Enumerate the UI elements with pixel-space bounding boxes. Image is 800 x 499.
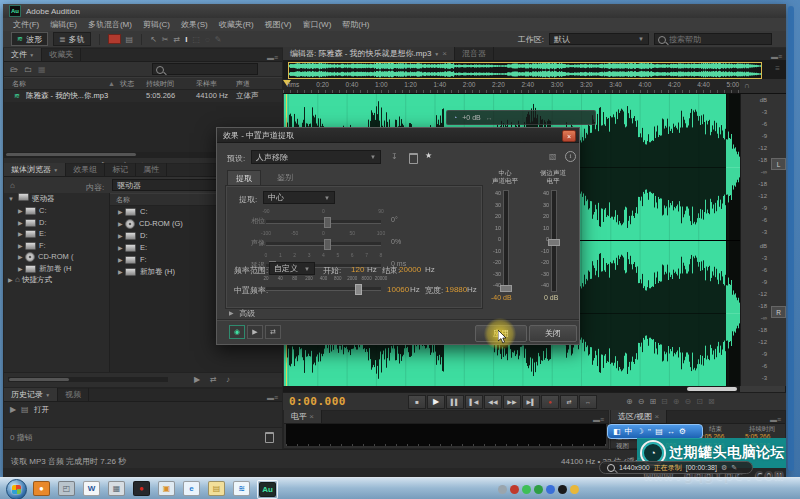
recorder-settings-icon[interactable]: ⚙ [721,464,727,472]
brush-tool-icon[interactable]: ✎ [215,35,222,44]
lasso-tool-icon[interactable]: ◌ [205,35,210,44]
tab-extract[interactable]: 提取 [227,170,261,185]
panel-menu-icon[interactable]: ▬≡ [593,416,608,423]
skip-to-end-button[interactable]: ▶▌ [522,395,540,409]
tab-editor[interactable]: 编辑器: 陈雅森 - 我的快乐就是想你.mp3▼× [283,47,455,60]
settings-icon[interactable]: ▧ [549,152,557,161]
title-bar[interactable]: Au Adobe Audition [3,4,786,18]
taskbar-icon-calculator[interactable]: ▦ [107,480,126,497]
tray-app-5-icon[interactable] [546,485,555,494]
taskbar-icon-photo-viewer[interactable]: ▣ [157,480,176,497]
favorite-star-icon[interactable]: ★ [425,151,432,160]
import-file-icon[interactable]: 🗀 [24,65,32,74]
taskbar-icon-thunder[interactable]: ≋ [232,480,251,497]
tab-history[interactable]: 历史记录 ▼ [4,388,58,401]
taskbar-icon-screen-recorder[interactable]: ● [32,480,51,497]
trash-icon[interactable] [265,432,274,443]
slider-track[interactable]: -100-50050100 [266,230,381,250]
dialog-title-bar[interactable]: 效果 - 中置声道提取 × [217,128,579,143]
overview-strip[interactable]: ≡ [283,61,786,79]
hud-volume-overlay[interactable]: ◔ +0 dB ↔ [446,110,596,125]
start-value[interactable]: 120 [351,265,364,274]
menu-item-8[interactable]: 帮助(H) [342,19,369,30]
zoom-in-time-button[interactable]: ⊞ [649,397,656,406]
stop-button[interactable]: ■ [408,395,426,409]
tab-files[interactable]: 文件 ▼ [4,48,42,61]
panel-menu-icon[interactable]: ▬≡ [770,416,785,423]
slip-tool-icon[interactable]: ⇄ [174,35,181,44]
help-search-input[interactable] [654,33,772,45]
slider-thumb[interactable] [324,239,331,250]
tab-favorites[interactable]: 收藏夹 [42,48,81,61]
razor-tool-icon[interactable]: ✂ [162,35,169,44]
files-search-input[interactable] [152,63,258,75]
file-row[interactable]: ≋ 陈雅森 - 我的快...你.mp3 5:05.266 44100 Hz 立体… [4,90,282,102]
slider-thumb[interactable] [324,217,331,228]
fast-forward-button[interactable]: ▶▶ [503,395,521,409]
tab-media-browser[interactable]: 媒体浏览器 ▼ [4,163,66,176]
save-preset-icon[interactable]: ↧ [391,152,398,161]
close-button[interactable]: 关闭 [529,325,577,342]
menu-item-1[interactable]: 编辑(E) [50,19,77,30]
loop-button[interactable]: ⇄ [560,395,578,409]
screen-recorder-overlay[interactable]: 1440x900 正在录制 [00:00:38] ⚙ ✎ [599,461,753,474]
time-selection-tool-icon[interactable]: I [185,35,187,44]
delete-preset-icon[interactable] [409,153,418,164]
tree-item-F[interactable]: ▶F: [4,240,109,252]
menu-item-5[interactable]: 收藏夹(R) [219,19,254,30]
workspace-select[interactable]: 默认 ▼ [549,33,649,45]
shortcut-icon[interactable]: ⌂ [10,181,15,190]
right-channel-badge[interactable]: R [771,306,786,318]
menu-item-7[interactable]: 窗口(W) [302,19,331,30]
side-level-value[interactable]: 0 dB [544,294,558,301]
tree-root-shortcuts[interactable]: ▶⌂ 快捷方式 [4,274,109,286]
taskbar-icon-audition[interactable]: Au [257,480,278,499]
tab-properties[interactable]: 属性 [136,163,167,176]
ime-logo-icon[interactable]: ◧ [613,427,621,436]
taskbar-icon-record-tool[interactable]: ● [132,480,151,497]
move-tool-icon[interactable]: ↖ [150,35,157,44]
tray-qq-icon[interactable] [558,485,567,494]
preview-play-button[interactable]: ▶ [247,325,263,339]
ime-punctuation-icon[interactable]: ’’ [648,427,651,436]
timeline-ruler[interactable]: hms0:200:401:001:201:402:002:202:403:003… [283,79,740,94]
time-display[interactable]: 0:00.000 [289,395,346,408]
center-channel-extractor-dialog[interactable]: 效果 - 中置声道提取 × 预设: 人声移除▼ ↧ ★ ▧ i 提取 鉴别 提取… [216,127,580,345]
taskbar-icon-word[interactable]: W [82,480,101,497]
media-hscrollbar[interactable] [8,377,168,382]
menu-item-2[interactable]: 多轨混音(M) [88,19,132,30]
tray-app-7-icon[interactable] [570,485,579,494]
recorder-edit-icon[interactable]: ✎ [731,464,737,472]
zoom-in-button[interactable]: ⊕ [626,397,633,406]
tab-effects-rack[interactable]: 效果组 [66,163,105,176]
open-file-icon[interactable]: 🗁 [10,65,18,74]
zoom-out-time-button[interactable]: ⊟ [661,397,668,406]
taskbar-icon-internet-explorer[interactable]: e [182,480,201,497]
taskbar-icon-3d-box[interactable]: ◰ [57,480,76,497]
ime-toolbar[interactable]: ◧中☽’’▤↔⚙ [607,424,703,439]
center-level-value[interactable]: -40 dB [491,294,512,301]
start-button[interactable] [6,479,27,499]
tab-levels[interactable]: 电平 × [284,410,322,423]
tree-item-D[interactable]: ▶D: [4,217,109,229]
waveform-view-button[interactable]: ≋ 波形 [11,32,48,46]
preset-select[interactable]: 人声移除▼ [251,150,381,164]
marquee-tool-icon[interactable]: ⬚ [192,35,200,44]
tray-app-2-icon[interactable] [510,485,519,494]
center-level-slider[interactable] [503,190,509,292]
ime-arrows-icon[interactable]: ↔ [667,427,675,436]
history-entry-open[interactable]: ▶ ▤ 打开 [4,404,282,415]
media-volume-icon[interactable]: ♪ [226,375,230,384]
media-play-icon[interactable]: ▶ [194,375,200,384]
skip-to-start-button[interactable]: ▌◀ [465,395,483,409]
menu-item-4[interactable]: 效果(S) [181,19,208,30]
center-freq-value[interactable]: 10060 [387,285,409,294]
new-file-icon[interactable]: ▦ [38,65,46,74]
content-select[interactable]: 驱动器▼ [112,179,230,191]
tree-item-C[interactable]: ▶C: [4,205,109,217]
effect-power-toggle[interactable]: ◉ [229,325,245,339]
end-value[interactable]: 20000 [399,265,421,274]
skip-selection-button[interactable]: ↔ [579,395,597,409]
media-loop-icon[interactable]: ⇄ [210,375,217,384]
panel-menu-icon[interactable]: ▬≡ [771,53,786,60]
